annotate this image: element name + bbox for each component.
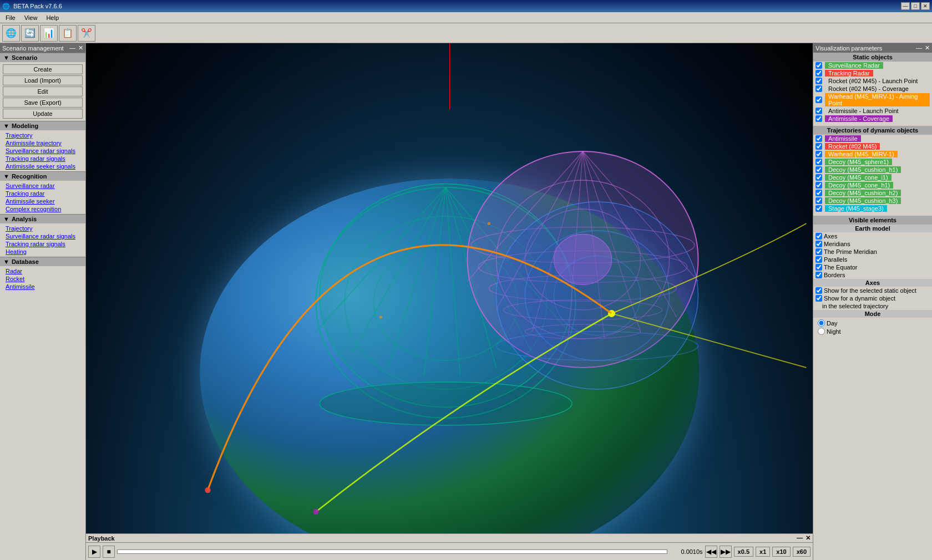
next-frame-button[interactable]: ▶▶ xyxy=(720,546,732,558)
static-checkbox-rocket-coverage[interactable] xyxy=(816,85,822,92)
static-checkbox-warhead[interactable] xyxy=(816,96,822,103)
database-radar-link[interactable]: Radar xyxy=(0,267,85,275)
analysis-heating-link[interactable]: Heating xyxy=(0,248,85,256)
dynamic-checkbox-rocket[interactable] xyxy=(816,143,822,150)
mode-radio-night[interactable] xyxy=(818,328,825,335)
minimize-button[interactable]: — xyxy=(901,2,910,10)
dynamic-checkbox-decoy-cushion-h3[interactable] xyxy=(816,197,822,204)
ve-checkbox-meridians[interactable] xyxy=(816,241,822,247)
speed-10x-button[interactable]: x10 xyxy=(772,547,790,557)
play-button[interactable]: ▶ xyxy=(88,546,100,558)
toolbar-btn-0[interactable]: 🌐 xyxy=(2,25,20,42)
earth-model-label: Earth model xyxy=(855,225,890,232)
dynamic-checkbox-stage[interactable] xyxy=(816,205,822,212)
ve-checkbox-axes[interactable] xyxy=(816,233,822,240)
toolbar-btn-2[interactable]: 📊 xyxy=(40,25,58,42)
save-export-button[interactable]: Save (Export) xyxy=(3,98,83,108)
dynamic-item-warhead: Warhead (M45_MIRV-1) xyxy=(813,150,932,158)
create-button[interactable]: Create xyxy=(3,64,83,74)
toolbar-btn-4[interactable]: ✂️ xyxy=(78,25,95,42)
recognition-complex-link[interactable]: Complex recognition xyxy=(0,205,85,213)
static-checkbox-surveillance[interactable] xyxy=(816,62,822,69)
dynamic-checkbox-decoy-sphere[interactable] xyxy=(816,159,822,165)
static-item-rocket-coverage: Rocket (#02 M45) - Coverage xyxy=(813,85,932,93)
static-item-rocket-launch: Rocket (#02 M45) - Launch Point xyxy=(813,77,932,85)
playback-min-icon[interactable]: — xyxy=(797,534,803,541)
viewport-wrapper: Playback — ✕ ▶ ■ 0.0010s ◀◀ ▶▶ x0.5 x1 x… xyxy=(86,43,813,560)
modeling-tracking-radar-link[interactable]: Tracking radar signals xyxy=(0,155,85,162)
dynamic-item-antimissile: Antimissile xyxy=(813,135,932,142)
dynamic-label-rocket: Rocket (#02 M45) xyxy=(825,143,880,150)
static-item-antimissile-coverage: Antimissile - Coverage xyxy=(813,115,932,123)
speed-1x-button[interactable]: x1 xyxy=(756,547,770,557)
dynamic-label-stage: Stage (M45_stage3) xyxy=(825,205,887,212)
axes-checkbox-show-static[interactable] xyxy=(816,287,822,294)
menu-help[interactable]: Help xyxy=(42,13,63,22)
mode-radio-day[interactable] xyxy=(818,319,825,327)
dynamic-item-decoy-cushion-h3: Decoy (M45_cushion_h3) xyxy=(813,197,932,205)
stop-button[interactable]: ■ xyxy=(103,546,115,558)
update-button[interactable]: Update xyxy=(3,109,83,119)
speed-half-button[interactable]: x0.5 xyxy=(734,547,753,557)
playback-close-icon[interactable]: ✕ xyxy=(806,534,811,541)
close-button[interactable]: ✕ xyxy=(921,2,930,10)
static-checkbox-antimissile-coverage[interactable] xyxy=(816,115,822,122)
menu-file[interactable]: File xyxy=(1,13,20,22)
ve-checkbox-borders[interactable] xyxy=(816,272,822,278)
menu-view[interactable]: View xyxy=(20,13,42,22)
time-display: 0.0010s xyxy=(670,548,703,555)
analysis-tracking-link[interactable]: Tracking radar signals xyxy=(0,240,85,248)
axes-subtitle: Axes xyxy=(813,279,932,287)
prev-frame-button[interactable]: ◀◀ xyxy=(705,546,717,558)
ve-label-equator: The Equator xyxy=(824,264,858,271)
database-rocket-link[interactable]: Rocket xyxy=(0,275,85,283)
dynamic-checkbox-decoy-cone-h1[interactable] xyxy=(816,182,822,189)
modeling-antimissile-trajectory-link[interactable]: Antimissile trajectory xyxy=(0,139,85,147)
static-checkbox-antimissile-launch[interactable] xyxy=(816,108,822,114)
static-label-rocket-launch: Rocket (#02 M45) - Launch Point xyxy=(825,78,921,84)
titlebar-controls: — □ ✕ xyxy=(901,2,930,10)
toolbar-btn-1[interactable]: 🔄 xyxy=(21,25,39,42)
progress-bar[interactable] xyxy=(117,549,667,554)
recognition-section-header[interactable]: ▼ Recognition xyxy=(0,171,85,181)
3d-viewport[interactable] xyxy=(86,43,813,533)
toolbar-btn-3[interactable]: 📋 xyxy=(59,25,77,42)
analysis-trajectory-link[interactable]: Trajectory xyxy=(0,225,85,232)
ve-checkbox-prime-meridian[interactable] xyxy=(816,248,822,255)
viz-close-icon[interactable]: ✕ xyxy=(925,44,930,51)
scenario-close-icon[interactable]: ✕ xyxy=(78,44,83,51)
scenario-section-header[interactable]: ▼ Scenario xyxy=(0,53,85,62)
static-checkbox-rocket-launch[interactable] xyxy=(816,78,822,84)
dynamic-checkbox-antimissile[interactable] xyxy=(816,135,822,142)
analysis-arrow-icon: ▼ xyxy=(3,216,9,222)
dynamic-checkbox-decoy-cushion-h1[interactable] xyxy=(816,166,822,173)
static-checkbox-tracking[interactable] xyxy=(816,70,822,77)
edit-button[interactable]: Edit xyxy=(3,86,83,96)
playback-controls: ▶ ■ 0.0010s ◀◀ ▶▶ x0.5 x1 x10 x60 xyxy=(86,542,813,560)
dynamic-checkbox-warhead[interactable] xyxy=(816,151,822,157)
load-import-button[interactable]: Load (Import) xyxy=(3,75,83,85)
analysis-section-header[interactable]: ▼ Analysis xyxy=(0,214,85,223)
modeling-section-header[interactable]: ▼ Modeling xyxy=(0,121,85,130)
dynamic-checkbox-decoy-cushion-h2[interactable] xyxy=(816,190,822,196)
dynamic-checkbox-decoy-cone-i1[interactable] xyxy=(816,174,822,181)
axes-checkbox-show-dynamic[interactable] xyxy=(816,295,822,302)
modeling-antimissile-seeker-link[interactable]: Antimissile seeker signals xyxy=(0,162,85,170)
recognition-tracking-link[interactable]: Tracking radar xyxy=(0,190,85,197)
scenario-min-icon[interactable]: — xyxy=(69,44,75,51)
analysis-section-label: Analysis xyxy=(12,216,37,222)
ve-checkbox-parallels[interactable] xyxy=(816,256,822,263)
ve-checkbox-equator[interactable] xyxy=(816,264,822,271)
modeling-surveillance-radar-link[interactable]: Surveillance radar signals xyxy=(0,147,85,155)
modeling-trajectory-link[interactable]: Trajectory xyxy=(0,131,85,139)
speed-60x-button[interactable]: x60 xyxy=(793,547,811,557)
database-antimissile-link[interactable]: Antimissile xyxy=(0,283,85,291)
menubar: File View Help xyxy=(0,12,932,23)
viz-min-icon[interactable]: — xyxy=(916,44,922,51)
maximize-button[interactable]: □ xyxy=(911,2,920,10)
analysis-surveillance-link[interactable]: Surveillance radar signals xyxy=(0,232,85,240)
recognition-surveillance-link[interactable]: Surveillance radar xyxy=(0,182,85,190)
modeling-section-label: Modeling xyxy=(12,123,38,129)
database-section-header[interactable]: ▼ Database xyxy=(0,257,85,266)
recognition-antimissile-seeker-link[interactable]: Antimissile seeker xyxy=(0,197,85,205)
